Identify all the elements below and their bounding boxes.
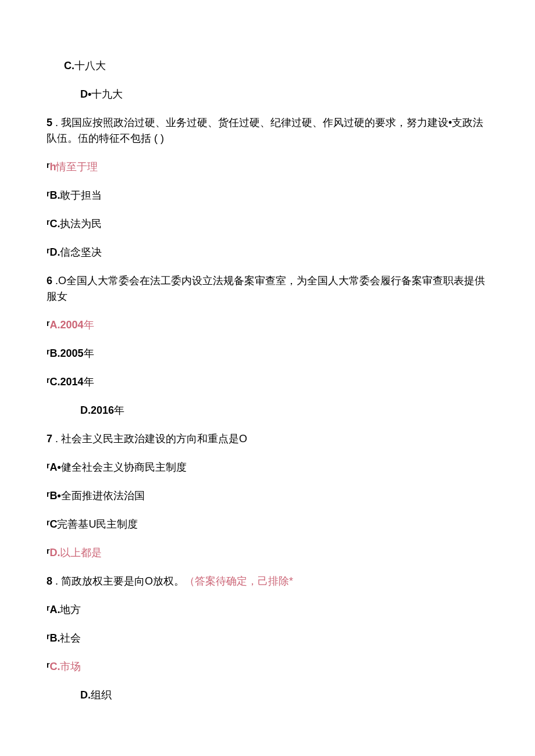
option-text: 以上都是: [60, 547, 102, 558]
option-label: C.2014: [49, 376, 83, 388]
option-text: 年: [84, 347, 94, 359]
option-text: 年: [84, 376, 94, 388]
option-label: A•: [49, 461, 60, 473]
option-label: B•: [49, 490, 60, 501]
option-text: 社会: [60, 632, 81, 644]
question-text: . 社会主义民主政治建设的方向和重点是O: [52, 433, 247, 445]
q7-option-b: rB•全面推进依法治国: [47, 488, 488, 504]
question-number: 6: [47, 275, 52, 286]
question-text: . 简政放权主要是向O放权。: [52, 575, 184, 587]
q8-option-c: rC.市场: [47, 659, 488, 675]
option-label: D.2016: [80, 404, 114, 416]
option-text: 情至于理: [56, 161, 98, 173]
q8-option-d: D.组织: [80, 687, 488, 703]
q6-option-d: D.2016年: [80, 403, 488, 418]
option-text: 信念坚决: [60, 246, 102, 258]
q4-option-d: D•十九大: [80, 87, 488, 102]
q8-question: 8 . 简政放权主要是向O放权。（答案待确定，己排除*: [47, 574, 488, 589]
q6-option-c: rC.2014年: [47, 374, 488, 390]
option-text: 年: [84, 319, 94, 331]
q5-option-d: rD.信念坚决: [47, 245, 488, 260]
q5-question: 5 . 我国应按照政治过硬、业务过硬、货任过硬、纪律过硬、作风过硬的要求，努力建…: [47, 115, 488, 146]
q5-option-a: rh情至于理: [47, 159, 488, 175]
option-label: A.: [49, 604, 60, 615]
option-text: 全面推进依法治国: [61, 490, 145, 501]
option-label: C.: [49, 661, 60, 672]
q5-option-b: rB.敢于担当: [47, 188, 488, 203]
q8-option-b: rB.社会: [47, 630, 488, 646]
question-note: （答案待确定，己排除*: [184, 575, 293, 587]
option-text: 完善基U民主制度: [57, 518, 138, 530]
option-label: A.2004: [49, 319, 83, 331]
q8-option-a: rA.地方: [47, 602, 488, 618]
question-number: 7: [47, 433, 52, 445]
option-text: 执法为民: [60, 218, 102, 230]
q6-option-b: rB.2005年: [47, 346, 488, 361]
option-text: 敢于担当: [60, 189, 102, 201]
option-text: 年: [114, 404, 124, 416]
option-text: 组织: [91, 689, 112, 701]
option-text: 十八大: [74, 60, 106, 71]
option-label: C.: [64, 60, 74, 71]
question-number: 8: [47, 575, 52, 587]
option-text: 市场: [60, 661, 81, 672]
q7-option-d: rD.以上都是: [47, 545, 488, 561]
option-label: C.: [49, 218, 60, 230]
option-label: D•: [80, 88, 91, 100]
q7-option-c: rC完善基U民主制度: [47, 517, 488, 532]
q4-option-c: C.十八大: [64, 58, 488, 74]
option-label: D.: [49, 547, 60, 558]
option-label: B.: [49, 189, 60, 201]
option-label: B.2005: [49, 347, 83, 359]
q6-option-a: rA.2004年: [47, 317, 488, 333]
question-number: 5: [47, 117, 52, 128]
option-text: 地方: [60, 604, 81, 615]
question-text: . 我国应按照政治过硬、业务过硬、货任过硬、纪律过硬、作风过硬的要求，努力建设•…: [47, 117, 483, 144]
option-label: C: [49, 518, 57, 530]
option-label: h: [49, 161, 56, 173]
question-text: .O全国人大常委会在法工委内设立法规备案审查室，为全国人大常委会履行备案审查职表…: [47, 275, 485, 302]
q5-option-c: rC.执法为民: [47, 216, 488, 232]
option-text: 十九大: [91, 88, 123, 100]
q7-question: 7 . 社会主义民主政治建设的方向和重点是O: [47, 431, 488, 447]
option-text: 健全社会主义协商民主制度: [61, 461, 187, 473]
option-label: D.: [80, 689, 91, 701]
option-label: D.: [49, 246, 60, 258]
q7-option-a: rA•健全社会主义协商民主制度: [47, 460, 488, 475]
q6-question: 6 .O全国人大常委会在法工委内设立法规备案审查室，为全国人大常委会履行备案审查…: [47, 273, 488, 304]
option-label: B.: [49, 632, 60, 644]
